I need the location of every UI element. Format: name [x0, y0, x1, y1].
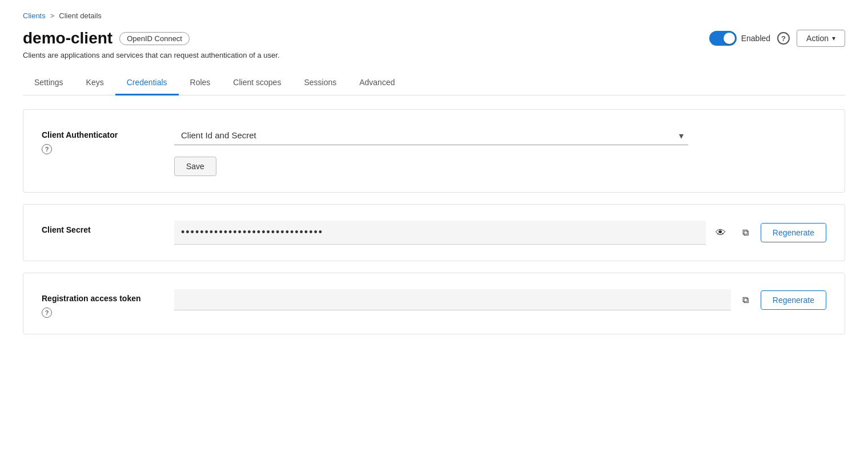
client-secret-label: Client Secret — [42, 221, 156, 234]
authenticator-label-wrapper: Client Authenticator ? — [42, 126, 156, 154]
regenerate-token-button[interactable]: Regenerate — [761, 290, 826, 310]
header-left: demo-client OpenID Connect — [23, 29, 190, 47]
secret-row: 👁 ⧉ Regenerate — [174, 221, 826, 245]
toggle-thumb — [724, 33, 735, 44]
breadcrumb: Clients > Client details — [23, 11, 845, 20]
client-secret-section: Client Secret 👁 ⧉ Regenerate — [23, 204, 845, 261]
client-title: demo-client — [23, 29, 112, 47]
tab-sessions[interactable]: Sessions — [292, 71, 348, 95]
client-secret-content: 👁 ⧉ Regenerate — [174, 221, 826, 245]
tab-credentials[interactable]: Credentials — [115, 71, 179, 95]
authenticator-help-icon[interactable]: ? — [42, 144, 52, 154]
enabled-label: Enabled — [741, 34, 770, 43]
registration-token-help-icon[interactable]: ? — [42, 308, 52, 318]
chevron-down-icon: ▾ — [832, 34, 835, 42]
copy-token-button[interactable]: ⧉ — [736, 290, 756, 310]
page-subtitle: Clients are applications and services th… — [23, 51, 845, 59]
action-button-label: Action — [806, 34, 829, 43]
copy-icon: ⧉ — [742, 228, 749, 238]
registration-token-content: ⧉ Regenerate — [174, 289, 826, 310]
registration-token-label-wrapper: Registration access token ? — [42, 289, 156, 318]
show-secret-button[interactable]: 👁 — [710, 222, 731, 243]
save-button[interactable]: Save — [174, 157, 216, 176]
breadcrumb-current: Client details — [59, 11, 101, 20]
breadcrumb-clients-link[interactable]: Clients — [23, 11, 46, 20]
authenticator-select-wrapper: Client Id and Secret Client JWT Client S… — [174, 126, 688, 145]
client-secret-input[interactable] — [174, 221, 706, 245]
regenerate-secret-button[interactable]: Regenerate — [761, 223, 826, 242]
authenticator-section: Client Authenticator ? Client Id and Sec… — [23, 109, 845, 193]
authenticator-select[interactable]: Client Id and Secret Client JWT Client S… — [174, 126, 688, 145]
token-row: ⧉ Regenerate — [174, 289, 826, 310]
page-header: demo-client OpenID Connect Enabled ? Act… — [23, 29, 845, 47]
openid-badge: OpenID Connect — [119, 32, 190, 45]
copy-token-icon: ⧉ — [742, 295, 749, 305]
tab-settings[interactable]: Settings — [23, 71, 75, 95]
registration-token-label: Registration access token — [42, 294, 156, 303]
copy-secret-button[interactable]: ⧉ — [736, 222, 756, 243]
authenticator-label: Client Authenticator — [42, 130, 156, 139]
header-help-icon[interactable]: ? — [777, 32, 790, 45]
registration-token-section: Registration access token ? ⧉ Regenerate — [23, 273, 845, 334]
authenticator-field-row: Client Authenticator ? Client Id and Sec… — [42, 126, 826, 176]
eye-icon: 👁 — [716, 227, 726, 239]
tab-client-scopes[interactable]: Client scopes — [222, 71, 292, 95]
client-secret-field-row: Client Secret 👁 ⧉ Regenerate — [42, 221, 826, 245]
tab-keys[interactable]: Keys — [75, 71, 115, 95]
action-button[interactable]: Action ▾ — [797, 30, 845, 47]
enabled-toggle[interactable] — [709, 31, 737, 46]
tab-bar: Settings Keys Credentials Roles Client s… — [23, 71, 845, 95]
registration-token-input[interactable] — [174, 289, 731, 310]
tab-roles[interactable]: Roles — [179, 71, 222, 95]
authenticator-field-content: Client Id and Secret Client JWT Client S… — [174, 126, 826, 176]
header-right: Enabled ? Action ▾ — [709, 30, 845, 47]
enabled-toggle-wrapper: Enabled — [709, 31, 770, 46]
breadcrumb-separator: > — [50, 11, 55, 20]
registration-token-field-row: Registration access token ? ⧉ Regenerate — [42, 289, 826, 318]
tab-advanced[interactable]: Advanced — [348, 71, 406, 95]
